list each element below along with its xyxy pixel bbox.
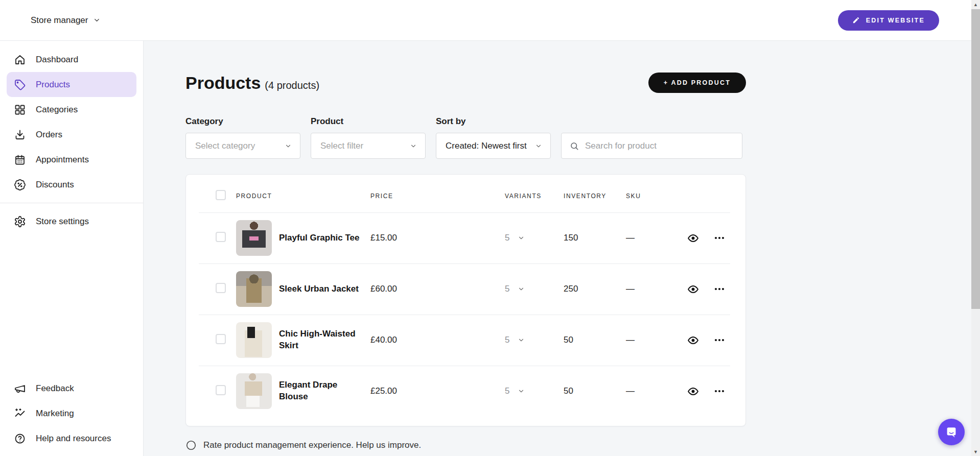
category-filter-label: Category xyxy=(185,116,300,127)
store-manager-label: Store manager xyxy=(31,15,88,26)
sort-by-select[interactable]: Created: Newest first xyxy=(436,133,551,159)
sidebar-item-label: Products xyxy=(36,80,70,90)
edit-website-label: EDIT WEBSITE xyxy=(866,17,925,24)
column-header-price: PRICE xyxy=(370,193,505,200)
variants-expand-chevron-icon[interactable] xyxy=(518,388,525,395)
product-image[interactable] xyxy=(236,373,272,409)
search-input[interactable] xyxy=(585,141,734,151)
sidebar-item-help[interactable]: Help and resources xyxy=(0,426,143,451)
scrollbar-down-arrow[interactable]: ▼ xyxy=(971,447,980,456)
sidebar-item-label: Feedback xyxy=(36,383,74,394)
edit-website-button[interactable]: EDIT WEBSITE xyxy=(838,10,939,31)
product-image[interactable] xyxy=(236,271,272,307)
product-name[interactable]: Playful Graphic Tee xyxy=(279,232,359,244)
home-icon xyxy=(14,54,26,66)
variants-count: 5 xyxy=(505,335,509,345)
product-inventory: 250 xyxy=(564,284,626,294)
product-price: £25.00 xyxy=(370,386,505,396)
row-checkbox[interactable] xyxy=(216,283,226,293)
preview-eye-icon[interactable] xyxy=(687,232,699,244)
rate-experience-text: Rate product management experience. Help… xyxy=(203,440,421,450)
sidebar-item-marketing[interactable]: Marketing xyxy=(0,401,143,426)
sidebar-item-store-settings[interactable]: Store settings xyxy=(0,209,143,234)
more-actions-icon[interactable] xyxy=(714,390,725,393)
product-inventory: 50 xyxy=(564,335,626,345)
table-row: Chic High-Waisted Skirt £40.00 5 50 — xyxy=(186,315,745,366)
product-image[interactable] xyxy=(236,322,272,358)
variants-expand-chevron-icon[interactable] xyxy=(518,234,525,242)
sidebar-divider xyxy=(0,203,143,203)
chat-launcher-button[interactable] xyxy=(938,419,965,445)
calendar-icon xyxy=(14,154,26,166)
chevron-down-icon xyxy=(410,142,417,150)
grid-icon xyxy=(14,104,26,116)
product-name[interactable]: Sleek Urban Jacket xyxy=(279,283,359,295)
add-product-button[interactable]: + ADD PRODUCT xyxy=(648,73,746,93)
scrollbar-up-arrow[interactable]: ▲ xyxy=(971,0,980,9)
product-image[interactable] xyxy=(236,220,272,256)
table-row: Elegant Drape Blouse £25.00 5 50 — xyxy=(186,366,745,417)
product-name[interactable]: Elegant Drape Blouse xyxy=(279,379,363,403)
select-all-checkbox[interactable] xyxy=(216,190,226,200)
preview-eye-icon[interactable] xyxy=(687,334,699,346)
product-filter-select[interactable]: Select filter xyxy=(311,133,426,159)
product-name[interactable]: Chic High-Waisted Skirt xyxy=(279,328,363,352)
product-price: £60.00 xyxy=(370,284,505,294)
more-actions-icon[interactable] xyxy=(714,287,725,291)
category-select-value: Select category xyxy=(195,141,255,151)
table-row: Playful Graphic Tee £15.00 5 150 — xyxy=(186,212,745,263)
table-row: Sleek Urban Jacket £60.00 5 250 — xyxy=(186,263,745,315)
sidebar-item-categories[interactable]: Categories xyxy=(0,97,143,122)
search-icon xyxy=(570,141,579,151)
sidebar-item-label: Marketing xyxy=(36,409,74,419)
sidebar-item-dashboard[interactable]: Dashboard xyxy=(0,47,143,72)
variants-expand-chevron-icon[interactable] xyxy=(518,285,525,293)
sidebar-item-feedback[interactable]: Feedback xyxy=(0,376,143,401)
megaphone-icon xyxy=(14,382,26,395)
sidebar-item-label: Appointments xyxy=(36,155,89,165)
more-actions-icon[interactable] xyxy=(714,339,725,342)
variants-expand-chevron-icon[interactable] xyxy=(518,337,525,344)
category-select[interactable]: Select category xyxy=(185,133,300,159)
sidebar-item-appointments[interactable]: Appointments xyxy=(0,147,143,172)
sidebar-item-discounts[interactable]: Discounts xyxy=(0,172,143,197)
column-header-variants: VARIANTS xyxy=(505,193,564,200)
pencil-icon xyxy=(852,16,860,24)
scrollbar-thumb[interactable] xyxy=(971,9,980,309)
product-sku: — xyxy=(626,335,684,345)
column-header-product: PRODUCT xyxy=(236,193,370,200)
gear-icon xyxy=(14,215,26,228)
store-manager-dropdown[interactable]: Store manager xyxy=(31,15,101,26)
product-filter-value: Select filter xyxy=(320,141,363,151)
variants-count: 5 xyxy=(505,284,509,294)
sidebar-item-label: Store settings xyxy=(36,217,89,227)
search-box xyxy=(561,133,742,159)
page-title: Products xyxy=(185,73,261,93)
sidebar-item-orders[interactable]: Orders xyxy=(0,122,143,147)
product-price: £15.00 xyxy=(370,233,505,243)
variants-count: 5 xyxy=(505,233,509,243)
row-checkbox[interactable] xyxy=(216,232,226,242)
preview-eye-icon[interactable] xyxy=(687,386,699,397)
discount-badge-icon xyxy=(14,179,26,191)
main-content: Products (4 products) + ADD PRODUCT Cate… xyxy=(144,41,980,456)
sort-by-value: Created: Newest first xyxy=(446,141,527,151)
chevron-down-icon xyxy=(285,142,292,150)
product-filter-label: Product xyxy=(311,116,426,127)
help-circle-icon xyxy=(14,433,26,445)
sort-by-label: Sort by xyxy=(436,116,551,127)
variants-count: 5 xyxy=(505,386,509,396)
chevron-down-icon xyxy=(93,16,101,24)
chevron-down-icon xyxy=(535,142,542,150)
sidebar-item-products[interactable]: Products xyxy=(7,72,136,97)
column-header-sku: SKU xyxy=(626,193,684,200)
products-table: PRODUCT PRICE VARIANTS INVENTORY SKU Pla… xyxy=(185,174,746,426)
sidebar-item-label: Categories xyxy=(36,105,78,115)
preview-eye-icon[interactable] xyxy=(687,283,699,295)
orders-tray-icon xyxy=(14,129,26,141)
sidebar-item-label: Dashboard xyxy=(36,55,78,65)
sidebar: Dashboard Products Categories Orders App… xyxy=(0,41,144,456)
row-checkbox[interactable] xyxy=(216,385,226,395)
more-actions-icon[interactable] xyxy=(714,236,725,239)
row-checkbox[interactable] xyxy=(216,334,226,344)
